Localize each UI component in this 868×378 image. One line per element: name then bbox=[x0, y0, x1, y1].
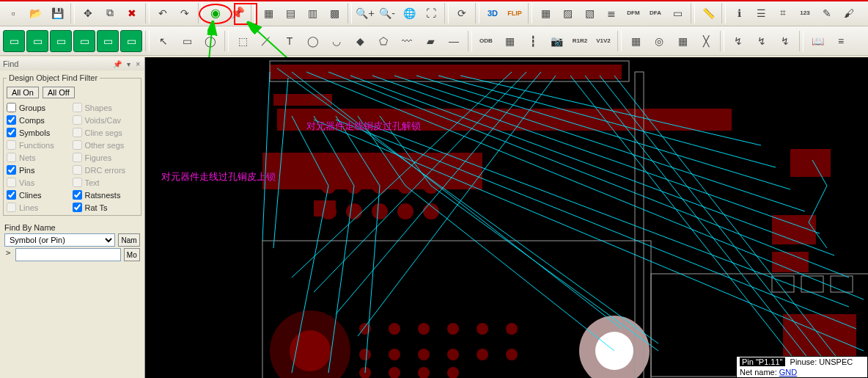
undo-button[interactable]: ↶ bbox=[152, 3, 173, 23]
new-button[interactable]: ▫ bbox=[3, 3, 23, 23]
filter-pins[interactable]: Pins bbox=[7, 165, 73, 175]
net-button[interactable]: ⌗ bbox=[773, 3, 793, 23]
netname-link[interactable]: GND bbox=[779, 368, 797, 377]
book-button[interactable]: 📖 bbox=[806, 30, 828, 52]
paint-button[interactable]: 🖌 bbox=[839, 3, 859, 23]
rect-e-button[interactable]: ▭ bbox=[97, 30, 119, 52]
polyline-button[interactable]: 〰 bbox=[396, 30, 418, 52]
filter-legend: Design Object Find Filter bbox=[7, 73, 100, 82]
dfm-button[interactable]: DFM bbox=[623, 3, 644, 23]
grid1-button[interactable]: ▦ bbox=[258, 3, 279, 23]
close-icon[interactable]: × bbox=[134, 60, 141, 68]
pin-icon[interactable]: 📌 bbox=[111, 60, 123, 68]
toolbar-separator bbox=[799, 31, 803, 51]
find-name-input[interactable] bbox=[15, 248, 121, 261]
num123-button[interactable]: 123 bbox=[795, 3, 815, 23]
circle-button[interactable]: ◯ bbox=[199, 30, 221, 52]
table-button[interactable]: ▦ bbox=[499, 30, 521, 52]
zoom-world-button[interactable]: 🌐 bbox=[399, 3, 419, 23]
net-grid-button[interactable]: ▦ bbox=[672, 30, 694, 52]
filter-symbols[interactable]: Symbols bbox=[7, 128, 73, 137]
diag-button[interactable]: ╳ bbox=[695, 30, 717, 52]
line-button[interactable]: ／ bbox=[255, 30, 277, 52]
delete-button[interactable]: ✖ bbox=[122, 3, 142, 23]
svg-point-35 bbox=[477, 349, 488, 360]
info-button[interactable]: ℹ bbox=[729, 3, 749, 23]
rect-d-button[interactable]: ▭ bbox=[73, 30, 95, 52]
unfix-button[interactable]: ◉ bbox=[205, 3, 226, 23]
route-b-button[interactable]: ↯ bbox=[751, 30, 773, 52]
filter-comps[interactable]: Comps bbox=[7, 115, 73, 125]
open-button[interactable]: 📂 bbox=[25, 3, 45, 23]
filter-checkbox[interactable] bbox=[7, 115, 16, 125]
refresh-button[interactable]: ⟳ bbox=[452, 3, 472, 23]
copy-button[interactable]: ⧉ bbox=[100, 3, 120, 23]
move4-button[interactable]: ✥ bbox=[78, 3, 98, 23]
grid4-button[interactable]: ▩ bbox=[324, 3, 345, 23]
v1v2-button[interactable]: V1V2 bbox=[592, 30, 614, 52]
filter-groups[interactable]: Groups bbox=[7, 103, 73, 112]
poly-button[interactable]: ⬠ bbox=[372, 30, 394, 52]
grid3-button[interactable]: ▥ bbox=[302, 3, 323, 23]
prop-button[interactable]: ☰ bbox=[751, 3, 771, 23]
rect-b-button[interactable]: ▭ bbox=[26, 30, 48, 52]
grid-button[interactable]: ▦ bbox=[625, 30, 647, 52]
rect-f-button[interactable]: ▭ bbox=[120, 30, 142, 52]
layer2-button[interactable]: ▨ bbox=[557, 3, 578, 23]
select-button[interactable]: ⬚ bbox=[232, 30, 254, 52]
filter-checkbox[interactable] bbox=[7, 128, 16, 137]
3d-button[interactable]: 3D bbox=[482, 3, 503, 23]
find-type-select[interactable]: Symbol (or Pin) bbox=[4, 233, 115, 247]
arc-button[interactable]: ◡ bbox=[326, 30, 347, 52]
route-a-button[interactable]: ↯ bbox=[727, 30, 749, 52]
filter-ratsnests[interactable]: Ratsnests bbox=[73, 190, 139, 200]
drc-rect-button[interactable]: ▭ bbox=[667, 3, 688, 23]
flip-button[interactable]: FLIP bbox=[504, 3, 525, 23]
odb-button[interactable]: ODB bbox=[475, 30, 497, 52]
pcb-canvas[interactable]: 对元器件走线铜皮过孔解锁 对元器件走线过孔铜皮上锁 Pin "P1.11" Pi… bbox=[145, 57, 868, 378]
fix-button[interactable]: 📌 bbox=[227, 3, 248, 23]
rect-c-button[interactable]: ▭ bbox=[50, 30, 72, 52]
filter-checkbox[interactable] bbox=[73, 190, 82, 200]
filter-checkbox[interactable] bbox=[7, 103, 16, 112]
filter-rat-ts[interactable]: Rat Ts bbox=[73, 203, 139, 212]
text-button[interactable]: T bbox=[279, 30, 301, 52]
zoom-out-button[interactable]: 🔍- bbox=[377, 3, 397, 23]
toolbar-separator bbox=[721, 3, 726, 23]
svg-point-39 bbox=[418, 367, 430, 378]
more-button[interactable]: Mo bbox=[124, 248, 140, 261]
layers-button[interactable]: ≡ bbox=[830, 30, 852, 52]
stack-button[interactable]: ≣ bbox=[601, 3, 622, 23]
fill-button[interactable]: ▰ bbox=[419, 30, 441, 52]
filter-checkbox[interactable] bbox=[7, 190, 16, 200]
oval-button[interactable]: ◯ bbox=[302, 30, 324, 52]
cursor-button[interactable]: ↖ bbox=[152, 30, 174, 52]
shape-button[interactable]: ◆ bbox=[349, 30, 371, 52]
filter-clines[interactable]: Clines bbox=[7, 190, 73, 200]
save-button[interactable]: 💾 bbox=[47, 3, 67, 23]
dfa-button[interactable]: DFA bbox=[645, 3, 666, 23]
hline-button[interactable]: — bbox=[443, 30, 465, 52]
filter-checkbox[interactable] bbox=[7, 165, 16, 175]
pins-button[interactable]: ┇ bbox=[522, 30, 544, 52]
tgt-button[interactable]: ◎ bbox=[648, 30, 670, 52]
filter-checkbox[interactable] bbox=[73, 203, 82, 212]
rect-button[interactable]: ▭ bbox=[176, 30, 198, 52]
ruler-button[interactable]: 📏 bbox=[698, 3, 718, 23]
layer3-button[interactable]: ▧ bbox=[579, 3, 600, 23]
all-off-button[interactable]: All Off bbox=[43, 87, 75, 98]
rect-a-button[interactable]: ▭ bbox=[3, 30, 25, 52]
filter-vias: Vias bbox=[7, 178, 73, 187]
redo-button[interactable]: ↷ bbox=[174, 3, 195, 23]
r1r2-button[interactable]: R1R2 bbox=[569, 30, 591, 52]
eyedrop-button[interactable]: ✎ bbox=[817, 3, 837, 23]
zoom-in-button[interactable]: 🔍+ bbox=[355, 3, 375, 23]
dropdown-icon[interactable]: ▾ bbox=[125, 60, 132, 68]
all-on-button[interactable]: All On bbox=[7, 87, 39, 98]
grid2-button[interactable]: ▤ bbox=[280, 3, 301, 23]
zoom-fit-button[interactable]: ⛶ bbox=[421, 3, 441, 23]
route-c-button[interactable]: ↯ bbox=[774, 30, 796, 52]
camera-button[interactable]: 📷 bbox=[545, 30, 567, 52]
name-button[interactable]: Nam bbox=[118, 233, 140, 247]
layer1-button[interactable]: ▦ bbox=[535, 3, 556, 23]
